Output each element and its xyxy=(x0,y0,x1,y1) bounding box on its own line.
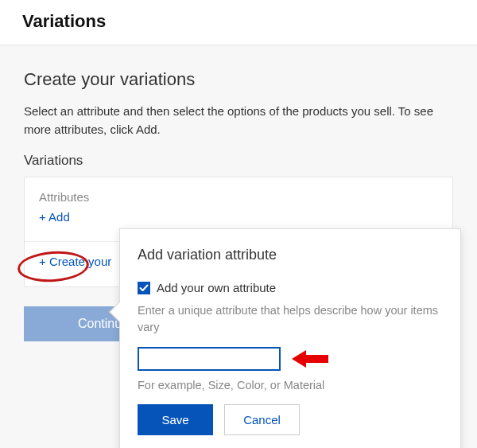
attributes-title: Attributes xyxy=(39,190,438,204)
page-title: Variations xyxy=(22,11,455,32)
add-attribute-popover: Add variation attribute Add your own att… xyxy=(119,228,461,448)
description: Select an attribute and then select the … xyxy=(24,103,453,138)
popover-title: Add variation attribute xyxy=(138,247,443,263)
popover-buttons: Save Cancel xyxy=(138,404,443,435)
svg-marker-0 xyxy=(292,350,328,368)
create-own-link[interactable]: + Create your xyxy=(39,255,111,268)
own-attribute-checkbox[interactable] xyxy=(138,282,150,294)
attribute-name-input[interactable] xyxy=(138,347,281,371)
helper-text: Enter a unique attribute that helps desc… xyxy=(138,302,443,336)
own-attribute-label: Add your own attribute xyxy=(157,281,276,294)
annotation-arrow-icon xyxy=(292,349,328,369)
example-text: For example, Size, Color, or Material xyxy=(138,379,443,392)
variations-section-label: Variations xyxy=(24,153,453,169)
add-attribute-link[interactable]: + Add xyxy=(39,210,70,224)
page-header: Variations xyxy=(0,0,477,45)
subtitle: Create your variations xyxy=(24,69,453,90)
checkmark-icon xyxy=(139,283,149,293)
cancel-button[interactable]: Cancel xyxy=(224,404,300,435)
save-button[interactable]: Save xyxy=(138,404,213,435)
main-area: Create your variations Select an attribu… xyxy=(0,45,477,448)
own-attribute-row: Add your own attribute xyxy=(138,281,443,294)
input-row xyxy=(138,347,443,371)
